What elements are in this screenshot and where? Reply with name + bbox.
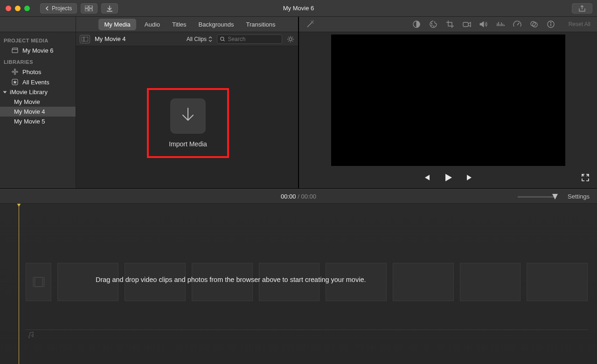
toggle-sidebar-button[interactable] xyxy=(80,35,90,43)
clip-placeholder xyxy=(326,263,387,301)
titlebar: Projects My Movie 6 xyxy=(0,0,597,17)
play-icon xyxy=(443,172,453,183)
svg-point-6 xyxy=(14,73,15,75)
sidebar-header-spacer xyxy=(0,17,76,32)
back-projects-label: Projects xyxy=(52,5,72,12)
palette-icon xyxy=(429,20,437,28)
flower-icon xyxy=(11,68,19,76)
import-button[interactable] xyxy=(101,3,118,14)
clip-placeholder xyxy=(26,263,51,301)
color-balance-button[interactable] xyxy=(412,20,421,29)
auto-enhance-button[interactable] xyxy=(305,20,315,29)
svg-line-13 xyxy=(223,40,225,41)
close-window-button[interactable] xyxy=(6,6,11,11)
import-media-highlight: Import Media xyxy=(147,88,229,158)
svg-point-7 xyxy=(12,71,14,72)
svg-point-5 xyxy=(14,69,15,70)
star-icon xyxy=(11,78,19,86)
svg-point-17 xyxy=(431,25,432,26)
sidebar-item-imovie-library[interactable]: iMovie Library xyxy=(0,87,76,97)
timeline-settings-button[interactable]: Settings xyxy=(568,193,590,200)
browser-toolbar: My Movie 4 All Clips xyxy=(76,32,298,46)
play-button[interactable] xyxy=(443,172,453,184)
fullscreen-icon xyxy=(581,173,590,182)
gear-icon xyxy=(287,35,294,43)
sidebar-item-label: My Movie xyxy=(14,98,40,105)
settings-gear-button[interactable] xyxy=(287,35,294,43)
search-icon xyxy=(220,36,225,42)
sidebar-item-label: iMovie Library xyxy=(10,89,48,96)
sidebar-project-item[interactable]: My Movie 6 xyxy=(0,45,76,55)
clip-placeholder xyxy=(125,263,186,301)
sidebar-item-photos[interactable]: Photos xyxy=(0,67,76,77)
library-view-button[interactable] xyxy=(81,3,97,14)
search-field[interactable] xyxy=(217,34,282,44)
tab-my-media[interactable]: My Media xyxy=(98,19,136,30)
reset-all-button[interactable]: Reset All xyxy=(569,21,590,27)
share-icon xyxy=(578,5,586,12)
speed-button[interactable] xyxy=(513,20,522,29)
skip-forward-icon xyxy=(465,174,474,181)
color-correction-button[interactable] xyxy=(429,20,438,29)
share-button[interactable] xyxy=(572,3,592,14)
tab-transitions[interactable]: Transitions xyxy=(246,21,275,28)
list-view-icon xyxy=(85,6,93,11)
audio-track[interactable] xyxy=(26,330,588,341)
info-button[interactable] xyxy=(546,20,555,29)
stabilization-button[interactable] xyxy=(462,20,472,29)
clips-filter-label: All Clips xyxy=(187,36,207,42)
clip-placeholder xyxy=(259,263,320,301)
fullscreen-button[interactable] xyxy=(581,173,590,183)
svg-rect-1 xyxy=(89,6,92,8)
sidebar-event-item[interactable]: My Movie 4 xyxy=(0,107,76,117)
import-media-button[interactable] xyxy=(170,98,206,134)
video-track[interactable] xyxy=(26,263,588,301)
minimize-window-button[interactable] xyxy=(15,6,21,11)
sidebar-item-all-events[interactable]: All Events xyxy=(0,77,76,87)
media-browser: My Media Audio Titles Backgrounds Transi… xyxy=(76,17,299,188)
clip-placeholder xyxy=(460,263,521,301)
playhead[interactable] xyxy=(19,204,19,364)
timeline-panel[interactable]: Drag and drop video clips and photos fro… xyxy=(0,204,597,364)
tab-audio[interactable]: Audio xyxy=(145,21,160,28)
toolbar-left: Projects xyxy=(40,3,118,14)
prev-frame-button[interactable] xyxy=(423,174,431,183)
sidebar-item-label: All Events xyxy=(22,79,49,86)
download-arrow-icon xyxy=(179,106,197,126)
filmstrip-icon xyxy=(33,277,45,287)
crop-icon xyxy=(446,20,454,28)
svg-point-16 xyxy=(431,23,432,24)
disclosure-triangle-icon[interactable] xyxy=(3,91,7,93)
wand-icon xyxy=(305,20,315,29)
tab-backgrounds[interactable]: Backgrounds xyxy=(199,21,234,28)
speaker-icon xyxy=(479,21,488,28)
svg-point-4 xyxy=(14,71,16,73)
tab-titles[interactable]: Titles xyxy=(172,21,187,28)
transport-controls xyxy=(299,168,597,188)
back-projects-button[interactable]: Projects xyxy=(40,3,77,14)
svg-point-18 xyxy=(433,26,434,27)
volume-button[interactable] xyxy=(479,20,488,29)
zoom-slider[interactable] xyxy=(518,195,555,198)
clip-placeholder xyxy=(527,263,588,301)
time-total: 00:00 xyxy=(301,193,316,200)
clip-placeholder xyxy=(393,263,454,301)
sidebar-item-label: My Movie 5 xyxy=(14,118,45,125)
svg-point-8 xyxy=(16,71,18,72)
sidebar-collapse-icon xyxy=(82,37,88,41)
chevron-left-icon xyxy=(45,6,49,11)
svg-point-24 xyxy=(550,22,551,23)
half-circle-icon xyxy=(412,20,421,28)
time-current: 00:00 xyxy=(281,193,296,200)
crop-button[interactable] xyxy=(445,20,455,29)
search-input[interactable] xyxy=(228,36,279,42)
noise-reduction-button[interactable] xyxy=(496,20,505,29)
zoom-window-button[interactable] xyxy=(24,6,30,11)
clips-filter-dropdown[interactable]: All Clips xyxy=(187,36,212,42)
project-media-header: PROJECT MEDIA xyxy=(0,34,76,45)
sidebar-event-item[interactable]: My Movie 5 xyxy=(0,117,76,126)
next-frame-button[interactable] xyxy=(465,174,474,183)
clip-filter-button[interactable] xyxy=(529,20,539,29)
sidebar-item-label: Photos xyxy=(22,69,41,76)
sidebar-event-item[interactable]: My Movie xyxy=(0,97,76,107)
